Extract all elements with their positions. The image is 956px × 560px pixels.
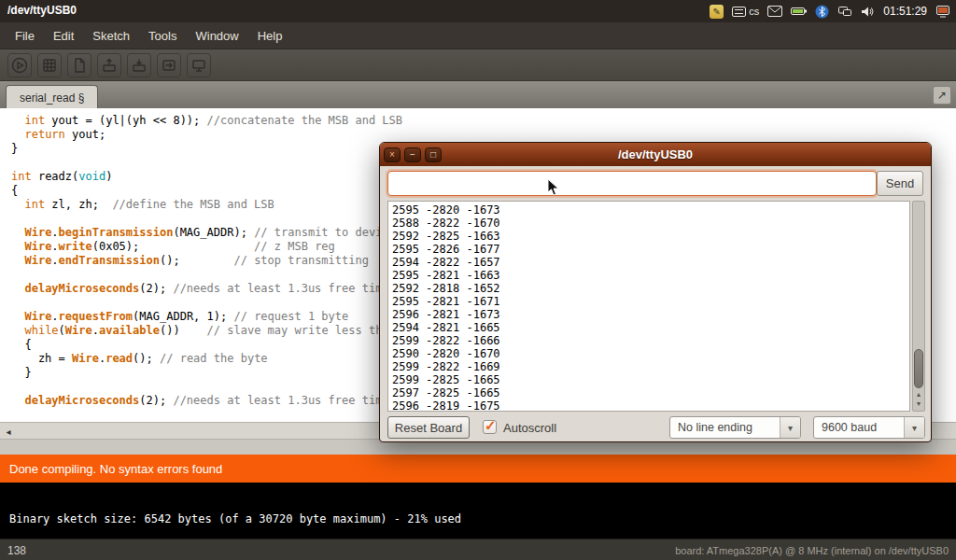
verify-button[interactable] [7, 53, 32, 77]
serial-line: 2597 -2825 -1665 [392, 386, 906, 399]
board-info: board: ATmega328P(A) @ 8 MHz (internal) … [675, 545, 949, 556]
chevron-down-icon[interactable]: ▾ [904, 417, 924, 438]
console-text: Binary sketch size: 6542 bytes (of a 307… [9, 512, 461, 525]
mouse-cursor [547, 178, 560, 197]
serial-line: 2599 -2822 -1666 [392, 334, 906, 347]
save-icon [131, 57, 148, 74]
serial-scrollbar[interactable]: ▴▾ [912, 201, 925, 412]
serial-line: 2596 -2819 -1675 [392, 399, 906, 412]
compile-status-bar: Done compiling. No syntax errors found [0, 455, 956, 483]
bluetooth-icon[interactable] [815, 0, 829, 22]
check-icon: ✓ [485, 417, 497, 434]
send-button[interactable]: Send [877, 171, 923, 196]
scroll-left-arrow-icon[interactable]: ◂ [2, 425, 15, 438]
desktop: /dev/ttyUSB0 ✎ cs 01:51:29 [0, 0, 956, 560]
window-title: /dev/ttyUSB0 [380, 147, 931, 161]
open-button[interactable] [97, 53, 121, 77]
autoscroll-label: Autoscroll [503, 421, 556, 435]
serial-line: 2595 -2821 -1671 [392, 295, 906, 308]
scroll-down-icon: ▾ [917, 399, 921, 409]
chevron-down-icon[interactable]: ▾ [780, 417, 800, 438]
serial-monitor-button[interactable] [187, 53, 211, 77]
system-tray: ✎ cs 01:51:29 [710, 0, 954, 22]
tab-label: serial_read § [20, 91, 84, 105]
volume-icon[interactable] [861, 0, 875, 22]
code-line: int yout = (yl|(yh << 8)); //concatenate… [11, 114, 956, 128]
menu-file[interactable]: File [6, 24, 44, 48]
close-icon: × [389, 150, 395, 160]
battery-icon[interactable] [791, 0, 807, 22]
minimize-icon: − [410, 150, 415, 160]
serial-line: 2592 -2825 -1663 [392, 230, 906, 243]
line-ending-value: No line ending [670, 421, 780, 434]
serial-line: 2592 -2818 -1652 [392, 282, 906, 295]
serial-line: 2596 -2821 -1673 [392, 308, 906, 321]
stop-button[interactable] [37, 53, 62, 77]
baud-rate-value: 9600 baud [814, 421, 904, 434]
scrollbar-thumb[interactable] [914, 349, 923, 388]
open-icon [101, 57, 118, 74]
panel-window-title: /dev/ttyUSB0 [7, 4, 77, 17]
serial-line: 2595 -2821 -1663 [392, 269, 906, 282]
menu-sketch[interactable]: Sketch [83, 24, 139, 48]
console-output: Binary sketch size: 6542 bytes (of a 307… [0, 483, 956, 539]
arrow-up-right-icon: ↗ [937, 89, 947, 102]
tab-bar: serial_read § ↗ [0, 80, 956, 108]
serial-line: 2595 -2820 -1673 [392, 203, 906, 217]
status-bar: 138 board: ATmega328P(A) @ 8 MHz (intern… [0, 539, 956, 560]
serial-monitor-window: × − □ /dev/ttyUSB0 Send 2595 -2820 -1673… [379, 142, 932, 442]
serial-line: 2590 -2820 -1670 [392, 347, 906, 360]
maximize-icon: □ [430, 150, 436, 160]
serial-line: 2599 -2822 -1669 [392, 360, 906, 373]
reset-board-button[interactable]: Reset Board [387, 416, 470, 439]
baud-rate-dropdown[interactable]: 9600 baud ▾ [813, 416, 925, 439]
mail-icon[interactable] [767, 0, 782, 22]
menu-help[interactable]: Help [248, 24, 292, 48]
clock[interactable]: 01:51:29 [883, 0, 927, 22]
serial-output: 2595 -2820 -16732588 -2822 -16702592 -28… [387, 201, 910, 412]
serial-line: 2588 -2822 -1670 [392, 217, 906, 230]
scrollbar-steppers[interactable]: ▴▾ [913, 388, 924, 411]
menu-edit[interactable]: Edit [44, 24, 83, 48]
stop-icon [41, 57, 58, 74]
menubar-items: FileEditSketchToolsWindowHelp [0, 22, 956, 49]
serial-line: 2595 -2826 -1677 [392, 243, 906, 256]
close-button[interactable]: × [384, 147, 401, 162]
keyboard-layout-label: cs [749, 6, 759, 17]
minimize-button[interactable]: − [404, 147, 421, 162]
tab-serial-read[interactable]: serial_read § [6, 85, 98, 109]
upload-icon [161, 57, 177, 74]
serial-monitor-icon [190, 57, 207, 74]
menu-window[interactable]: Window [186, 24, 247, 48]
top-panel: /dev/ttyUSB0 ✎ cs 01:51:29 [0, 0, 956, 22]
note-pencil-icon[interactable]: ✎ [710, 5, 724, 19]
serial-input[interactable] [387, 171, 877, 196]
session-icon[interactable] [935, 0, 950, 22]
serial-line: 2599 -2825 -1665 [392, 373, 906, 386]
keyboard-layout-indicator[interactable]: cs [732, 0, 759, 22]
autoscroll-checkbox[interactable]: ✓ [483, 420, 497, 434]
new-file-icon [71, 57, 88, 74]
code-line: return yout; [11, 128, 956, 142]
line-ending-dropdown[interactable]: No line ending ▾ [669, 416, 801, 439]
network-icon[interactable] [837, 0, 852, 22]
keyboard-icon [732, 7, 746, 17]
scroll-up-icon: ▴ [917, 390, 921, 399]
line-number: 138 [7, 544, 26, 557]
maximize-button[interactable]: □ [425, 147, 442, 162]
new-sketch-button[interactable] [67, 53, 91, 77]
verify-icon [11, 57, 28, 74]
save-button[interactable] [127, 53, 151, 77]
upload-button[interactable] [157, 53, 181, 77]
new-tab-button[interactable]: ↗ [933, 86, 951, 105]
toolbar [0, 49, 956, 80]
serial-line: 2594 -2821 -1665 [392, 321, 906, 334]
serial-line: 2594 -2822 -1657 [392, 256, 906, 269]
menu-tools[interactable]: Tools [139, 24, 186, 48]
compile-message: Done compiling. No syntax errors found [9, 462, 222, 476]
window-titlebar[interactable]: × − □ /dev/ttyUSB0 [380, 143, 931, 166]
